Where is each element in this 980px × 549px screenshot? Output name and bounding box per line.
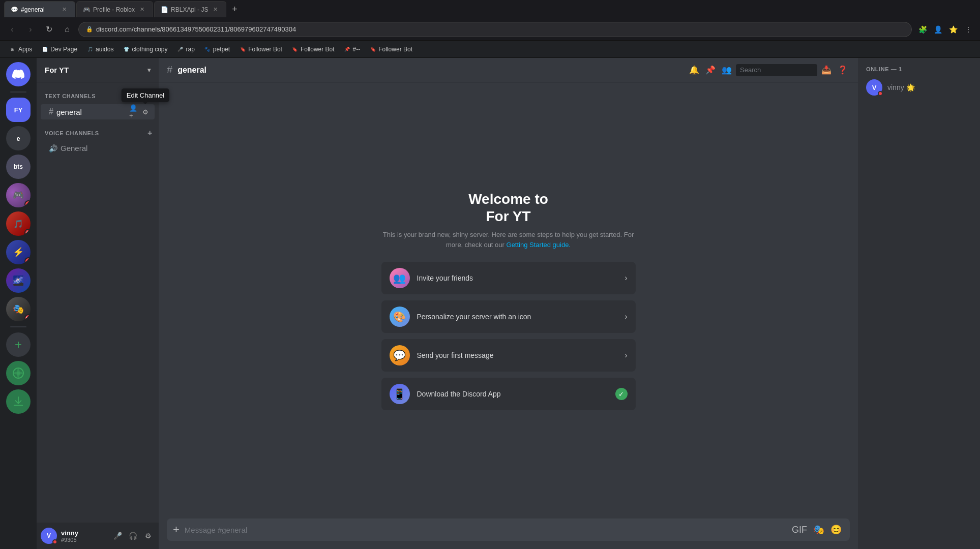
bookmark-label-clothing: clothing copy <box>132 46 167 53</box>
browser-window: 💬 #general ✕ 🎮 Profile - Roblox ✕ 📄 RBLX… <box>0 0 980 58</box>
message-input-wrapper: + GIF 🎭 😊 <box>167 518 850 541</box>
main-content: # general 🔔 📌 👥 📥 ❓ Welcome to For YT Th <box>159 58 858 549</box>
server-badge-red: 44 <box>24 229 31 236</box>
help-button[interactable]: ❓ <box>836 63 850 77</box>
channel-sidebar: For YT ▾ TEXT CHANNELS + # general 👤+ ⚙ <box>37 58 159 549</box>
action-card-personalize[interactable]: 🎨 Personalize your server with an icon › <box>381 300 636 333</box>
message-arrow-icon: › <box>625 351 627 360</box>
bookmark-followerbot2[interactable]: 🔖 Follower Bot <box>287 44 339 54</box>
profile-button[interactable]: 👤 <box>931 23 944 36</box>
server-icon-fy[interactable]: FY <box>6 98 31 122</box>
bookmark-auidos[interactable]: 🎵 auidos <box>82 44 117 54</box>
gif-button[interactable]: GIF <box>790 523 809 537</box>
text-channels-header[interactable]: TEXT CHANNELS + <box>37 90 159 104</box>
server-icon-bts[interactable]: bts <box>6 155 31 179</box>
bookmark-favicon-auidos: 🎵 <box>86 46 94 53</box>
server-icon-download[interactable] <box>6 389 31 414</box>
reload-button[interactable]: ↻ <box>42 22 56 37</box>
channel-header: # general 🔔 📌 👥 📥 ❓ <box>159 58 858 82</box>
server-header[interactable]: For YT ▾ <box>37 58 159 82</box>
bookmark-devpage[interactable]: 📄 Dev Page <box>37 44 81 54</box>
inbox-button[interactable]: 📥 <box>819 63 834 77</box>
emoji-button[interactable]: 😊 <box>828 522 844 537</box>
user-status-indicator <box>52 539 57 544</box>
server-icon-dark[interactable]: 🎭 29 <box>6 297 31 321</box>
bookmark-apps[interactable]: ⊞ Apps <box>5 44 36 54</box>
sticker-button[interactable]: 🎭 <box>811 522 826 537</box>
tab-roblox[interactable]: 🎮 Profile - Roblox ✕ <box>76 1 153 17</box>
action-card-download[interactable]: 📱 Download the Discord App ✓ <box>381 378 636 410</box>
notification-bell-button[interactable]: 🔔 <box>687 63 701 77</box>
user-avatar[interactable]: V <box>41 528 57 544</box>
home-button[interactable]: ⌂ <box>60 22 74 37</box>
url-bar[interactable]: 🔒 discord.com/channels/80661349755060231… <box>78 22 912 37</box>
message-attach-button[interactable]: + <box>173 523 180 536</box>
bookmark-followerbot3[interactable]: 🔖 Follower Bot <box>365 44 417 54</box>
message-input-actions: GIF 🎭 😊 <box>790 522 844 537</box>
server-icon-e[interactable]: e <box>6 126 31 150</box>
menu-button[interactable]: ⋮ <box>962 23 975 36</box>
bookmark-hash[interactable]: 📌 #-- <box>340 44 365 54</box>
bookmark-label-followerbot2: Follower Bot <box>301 46 335 53</box>
bookmarks-bar: ⊞ Apps 📄 Dev Page 🎵 auidos 👕 clothing co… <box>0 41 980 58</box>
tab-bar: 💬 #general ✕ 🎮 Profile - Roblox ✕ 📄 RBLX… <box>0 0 980 18</box>
voice-channel-icon: 🔊 <box>49 144 57 152</box>
search-input[interactable] <box>736 64 817 76</box>
server-icon-purple[interactable]: 🎮 ! <box>6 183 31 207</box>
member-list-button[interactable]: 👥 <box>720 63 734 77</box>
forward-button[interactable]: › <box>23 22 38 37</box>
edit-channel-button[interactable]: ⚙ Edit Channel <box>140 107 151 117</box>
new-tab-button[interactable]: + <box>227 2 242 16</box>
voice-channels-header[interactable]: VOICE CHANNELS + <box>37 128 159 141</box>
message-input[interactable] <box>185 521 785 539</box>
tab-favicon-general: 💬 <box>11 6 18 13</box>
settings-button[interactable]: ⚙ <box>141 529 155 542</box>
server-icon-explore[interactable] <box>6 361 31 385</box>
user-controls: 🎤 🎧 ⚙ <box>111 529 155 542</box>
server-icon-blue[interactable]: ⚡ 8 <box>6 240 31 264</box>
add-server-button[interactable]: + <box>6 332 31 357</box>
channel-group-text: TEXT CHANNELS + # general 👤+ ⚙ Edit Chan… <box>37 82 159 156</box>
tab-close-general[interactable]: ✕ <box>60 5 69 14</box>
bookmark-petpet[interactable]: 🐾 petpet <box>200 44 234 54</box>
mute-button[interactable]: 🎤 <box>111 529 124 542</box>
channel-item-general[interactable]: # general 👤+ ⚙ Edit Channel <box>41 104 155 119</box>
bookmark-clothing[interactable]: 👕 clothing copy <box>118 44 171 54</box>
invite-friends-label: Invite your friends <box>417 274 618 282</box>
text-channels-label: TEXT CHANNELS <box>45 93 96 99</box>
add-member-channel-button[interactable]: 👤+ <box>129 107 139 117</box>
add-voice-channel-button[interactable]: + <box>145 128 155 139</box>
deafen-button[interactable]: 🎧 <box>126 529 139 542</box>
discord-app: FY e bts 🎮 ! 🎵 44 ⚡ 8 🌌 🎭 29 + <box>0 58 980 549</box>
action-card-invite[interactable]: 👥 Invite your friends › <box>381 262 636 294</box>
tab-general[interactable]: 💬 #general ✕ <box>4 1 75 17</box>
bookmark-followerbot1[interactable]: 🔖 Follower Bot <box>235 44 286 54</box>
welcome-subtitle: This is your brand new, shiny server. He… <box>381 230 636 250</box>
channel-header-name: general <box>177 66 206 75</box>
member-name-vinny: vinny <box>887 83 904 92</box>
tab-favicon-roblox: 🎮 <box>83 6 90 13</box>
welcome-container: Welcome to For YT This is your brand new… <box>381 191 636 410</box>
server-icon-home[interactable] <box>6 62 31 86</box>
server-name: For YT <box>45 66 69 74</box>
back-button[interactable]: ‹ <box>5 22 19 37</box>
bookmark-label-followerbot3: Follower Bot <box>378 46 412 53</box>
channel-item-general-voice[interactable]: 🔊 General <box>41 141 155 155</box>
pin-messages-button[interactable]: 📌 <box>703 63 718 77</box>
download-completed-check: ✓ <box>615 388 628 400</box>
tab-close-rblxapi[interactable]: ✕ <box>211 5 220 14</box>
channel-actions: 👤+ ⚙ Edit Channel <box>129 107 151 117</box>
server-icon-red[interactable]: 🎵 44 <box>6 211 31 236</box>
url-text: discord.com/channels/806613497550602311/… <box>96 25 296 33</box>
getting-started-link[interactable]: Getting Started guide. <box>507 241 571 249</box>
tab-rblxapi[interactable]: 📄 RBLXApi - JS ✕ <box>154 1 226 17</box>
member-item-vinny[interactable]: V vinny 🌟 <box>862 76 976 99</box>
tab-close-roblox[interactable]: ✕ <box>138 5 146 14</box>
address-bar: ‹ › ↻ ⌂ 🔒 discord.com/channels/806613497… <box>0 18 980 41</box>
bookmark-button[interactable]: ⭐ <box>946 23 960 36</box>
action-card-message[interactable]: 💬 Send your first message › <box>381 339 636 372</box>
bookmark-rap[interactable]: 🎤 rap <box>172 44 198 54</box>
extensions-button[interactable]: 🧩 <box>916 23 929 36</box>
add-text-channel-button[interactable]: + <box>145 90 155 102</box>
server-icon-galaxy[interactable]: 🌌 <box>6 268 31 293</box>
